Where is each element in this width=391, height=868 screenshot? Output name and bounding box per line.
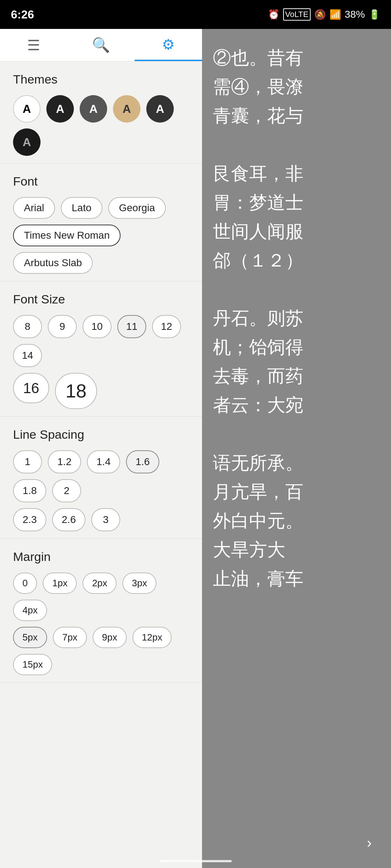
reader-content: ②也。昔有 需④，畏潦 青囊，花与 艮食耳，非 胃：梦道士 世间人闻服 郃（１２… [202,29,391,608]
font-title: Font [13,174,189,188]
list-icon: ☰ [27,37,40,54]
fontsize-row2: 16 18 [13,373,189,409]
font-row1: Arial Lato Georgia [13,197,189,219]
margin-2px[interactable]: 2px [83,573,117,594]
status-bar: 6:26 ⏰ VoLTE 🔕 📶 38% 🔋 [0,0,391,29]
reader-panel: ②也。昔有 需④，畏潦 青囊，花与 艮食耳，非 胃：梦道士 世间人闻服 郃（１２… [202,29,391,868]
spacing-2[interactable]: 2 [52,479,81,502]
battery-icon: 🔋 [369,9,380,20]
alarm-icon: ⏰ [268,9,279,20]
signal-icon: 📶 [329,9,341,20]
margin-15px[interactable]: 15px [13,654,52,675]
margin-row1: 0 1px 2px 3px 4px [13,573,189,621]
settings-panel: ☰ 🔍 ⚙ Themes A A A A A A [0,29,202,868]
spacing-1-4[interactable]: 1.4 [87,450,120,473]
spacing-1-6[interactable]: 1.6 [126,450,159,473]
theme-row: A A A A A A [13,95,189,156]
margin-3px[interactable]: 3px [122,573,156,594]
font-lato[interactable]: Lato [61,197,102,219]
theme-black[interactable]: A [46,95,74,123]
margin-4px[interactable]: 4px [13,600,47,621]
nav-arrow[interactable]: › [358,832,380,854]
battery-text: 38% [345,9,365,20]
linespacing-section: Line Spacing 1 1.2 1.4 1.6 1.8 2 2.3 2.6… [0,417,202,539]
settings-icon: ⚙ [162,36,175,53]
settings-content: Themes A A A A A A Font Arial Lato Georg… [0,61,202,868]
margin-section: Margin 0 1px 2px 3px 4px 5px 7px 9px 12p… [0,539,202,683]
theme-darkgray[interactable]: A [80,95,107,123]
fontsize-title: Font Size [13,292,189,306]
size-18[interactable]: 18 [55,373,97,409]
status-time: 6:26 [11,8,34,21]
margin-1px[interactable]: 1px [43,573,77,594]
font-arial[interactable]: Arial [13,197,55,219]
main-container: ☰ 🔍 ⚙ Themes A A A A A A [0,29,391,868]
fontsize-row1: 8 9 10 11 12 14 [13,315,189,367]
volte-icon: VoLTE [283,8,311,21]
font-georgia[interactable]: Georgia [108,197,166,219]
tab-bar: ☰ 🔍 ⚙ [0,29,202,61]
search-icon: 🔍 [92,37,110,54]
size-8[interactable]: 8 [13,315,42,338]
margin-0[interactable]: 0 [13,573,37,594]
theme-tan[interactable]: A [113,95,140,123]
margin-12px[interactable]: 12px [133,627,172,648]
spacing-1-8[interactable]: 1.8 [13,479,46,502]
themes-title: Themes [13,72,189,86]
margin-row2: 5px 7px 9px 12px 15px [13,627,189,675]
size-14[interactable]: 14 [13,344,42,367]
linespacing-title: Line Spacing [13,427,189,442]
bottom-indicator [159,860,232,862]
spacing-1[interactable]: 1 [13,450,42,473]
theme-charcoal[interactable]: A [146,95,174,123]
font-arbutus[interactable]: Arbutus Slab [13,252,93,274]
theme-white[interactable]: A [13,95,41,123]
size-9[interactable]: 9 [48,315,77,338]
size-16[interactable]: 16 [13,373,49,403]
spacing-3[interactable]: 3 [91,508,120,531]
tab-settings[interactable]: ⚙ [135,29,202,61]
margin-title: Margin [13,550,189,564]
spacing-1-2[interactable]: 1.2 [48,450,81,473]
themes-section: Themes A A A A A A [0,61,202,163]
linespacing-row2: 2.3 2.6 3 [13,508,189,531]
theme-black2[interactable]: A [13,128,41,156]
linespacing-row1: 1 1.2 1.4 1.6 1.8 2 [13,450,189,502]
status-icons: ⏰ VoLTE 🔕 📶 38% 🔋 [268,8,380,21]
size-11[interactable]: 11 [117,315,146,338]
fontsize-section: Font Size 8 9 10 11 12 14 16 18 [0,281,202,417]
spacing-2-6[interactable]: 2.6 [52,508,85,531]
mute-icon: 🔕 [314,9,326,20]
tab-search[interactable]: 🔍 [67,29,135,61]
size-12[interactable]: 12 [152,315,181,338]
reader-text: ②也。昔有 需④，畏潦 青囊，花与 艮食耳，非 胃：梦道士 世间人闻服 郃（１２… [213,43,380,593]
margin-5px[interactable]: 5px [13,627,47,648]
margin-9px[interactable]: 9px [93,627,127,648]
size-10[interactable]: 10 [83,315,112,338]
margin-7px[interactable]: 7px [53,627,87,648]
font-row2: Times New Roman Arbutus Slab [13,225,189,274]
spacing-2-3[interactable]: 2.3 [13,508,46,531]
font-times[interactable]: Times New Roman [13,225,121,246]
font-section: Font Arial Lato Georgia Times New Roman … [0,163,202,281]
tab-list[interactable]: ☰ [0,29,67,61]
